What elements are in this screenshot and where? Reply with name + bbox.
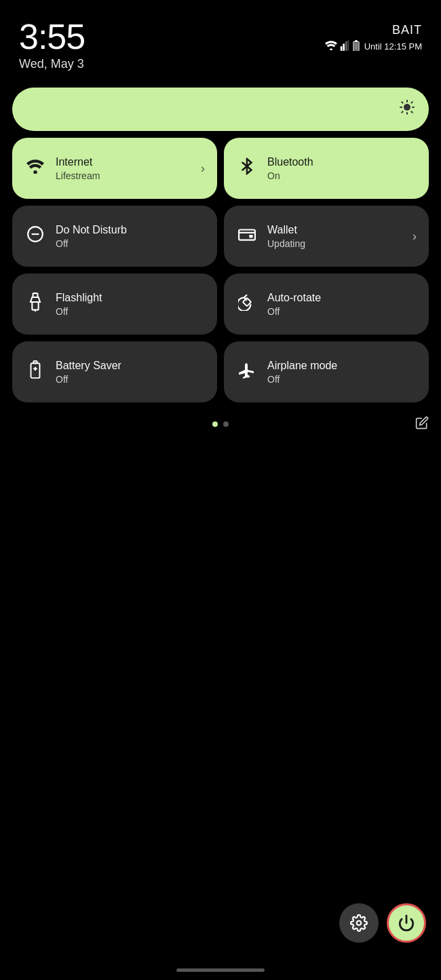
svg-rect-24: [249, 235, 252, 238]
svg-line-16: [411, 102, 412, 102]
airplane-subtitle: Off: [267, 374, 417, 385]
dnd-tile[interactable]: Do Not Disturb Off: [12, 206, 217, 267]
autorotate-text: Auto-rotate Off: [267, 291, 417, 318]
svg-line-14: [411, 111, 412, 112]
battery-icon: [352, 40, 360, 53]
svg-rect-6: [355, 40, 357, 41]
airplane-title: Airplane mode: [267, 359, 417, 373]
bluetooth-subtitle: On: [267, 170, 417, 181]
airplane-icon: [236, 361, 258, 383]
dnd-subtitle: Off: [56, 238, 205, 249]
svg-rect-23: [239, 230, 255, 240]
edit-button[interactable]: [415, 416, 429, 433]
svg-rect-30: [33, 361, 37, 363]
internet-icon: [24, 159, 46, 178]
status-date: Wed, May 3: [0, 54, 441, 71]
status-time: 3:55: [19, 19, 85, 54]
autorotate-tile[interactable]: Auto-rotate Off: [224, 274, 429, 335]
flashlight-tile[interactable]: Flashlight Off: [12, 274, 217, 335]
svg-rect-2: [343, 43, 345, 51]
bluetooth-text: Bluetooth On: [267, 155, 417, 182]
page-indicator-2[interactable]: [223, 421, 229, 427]
autorotate-subtitle: Off: [267, 306, 417, 317]
airplane-text: Airplane mode Off: [267, 359, 417, 385]
dnd-icon: [24, 225, 46, 247]
bottom-buttons: [339, 903, 426, 943]
power-button[interactable]: [387, 903, 426, 943]
svg-point-17: [33, 170, 37, 174]
signal-icon: [340, 40, 349, 53]
internet-subtitle: Lifestream: [56, 170, 191, 181]
svg-rect-3: [345, 41, 347, 51]
svg-rect-26: [32, 302, 38, 310]
tile-grid: Internet Lifestream › Bluetooth On: [12, 138, 429, 402]
svg-line-15: [402, 111, 402, 112]
status-icons: Until 12:15 PM: [325, 40, 422, 53]
battery-saver-tile[interactable]: Battery Saver Off: [12, 341, 217, 402]
internet-tile[interactable]: Internet Lifestream ›: [12, 138, 217, 199]
wallet-subtitle: Updating: [267, 238, 403, 249]
status-left: 3:55: [19, 19, 85, 54]
flashlight-subtitle: Off: [56, 306, 205, 317]
wifi-icon: [325, 41, 337, 52]
quick-settings-panel: Internet Lifestream › Bluetooth On: [12, 88, 429, 427]
battery-saver-text: Battery Saver Off: [56, 359, 205, 385]
battery-saver-title: Battery Saver: [56, 359, 205, 373]
nav-bar: [176, 968, 265, 972]
svg-rect-4: [347, 40, 349, 51]
svg-rect-1: [341, 46, 343, 51]
internet-title: Internet: [56, 155, 191, 170]
svg-line-13: [402, 102, 402, 102]
wallet-text: Wallet Updating: [267, 223, 403, 250]
internet-arrow: ›: [201, 162, 205, 176]
bluetooth-icon: [236, 157, 258, 179]
flashlight-icon: [24, 293, 46, 316]
settings-button[interactable]: [339, 903, 379, 943]
carrier-text: BAIT: [392, 23, 422, 37]
status-bar: 3:55 BAIT: [0, 0, 441, 54]
battery-saver-subtitle: Off: [56, 374, 205, 385]
dnd-text: Do Not Disturb Off: [56, 223, 205, 250]
svg-point-8: [404, 104, 410, 111]
battery-time: Until 12:15 PM: [364, 41, 422, 52]
svg-point-33: [357, 921, 362, 926]
brightness-icon: [399, 99, 415, 119]
flashlight-text: Flashlight Off: [56, 291, 205, 318]
brightness-bar[interactable]: [12, 88, 429, 131]
svg-rect-7: [354, 43, 358, 50]
bluetooth-tile[interactable]: Bluetooth On: [224, 138, 429, 199]
internet-text: Internet Lifestream: [56, 155, 191, 182]
page-indicators: [12, 421, 429, 427]
airplane-tile[interactable]: Airplane mode Off: [224, 341, 429, 402]
wallet-icon: [236, 227, 258, 246]
flashlight-title: Flashlight: [56, 291, 205, 305]
page-indicator-1[interactable]: [212, 421, 218, 427]
dnd-title: Do Not Disturb: [56, 223, 205, 238]
wallet-tile[interactable]: Wallet Updating ›: [224, 206, 429, 267]
svg-point-0: [330, 48, 332, 50]
wallet-arrow: ›: [413, 229, 417, 244]
wallet-title: Wallet: [267, 223, 403, 238]
status-right: BAIT: [325, 19, 422, 53]
battery-saver-icon: [24, 360, 46, 383]
autorotate-title: Auto-rotate: [267, 291, 417, 305]
bluetooth-title: Bluetooth: [267, 155, 417, 170]
autorotate-icon: [236, 293, 258, 315]
